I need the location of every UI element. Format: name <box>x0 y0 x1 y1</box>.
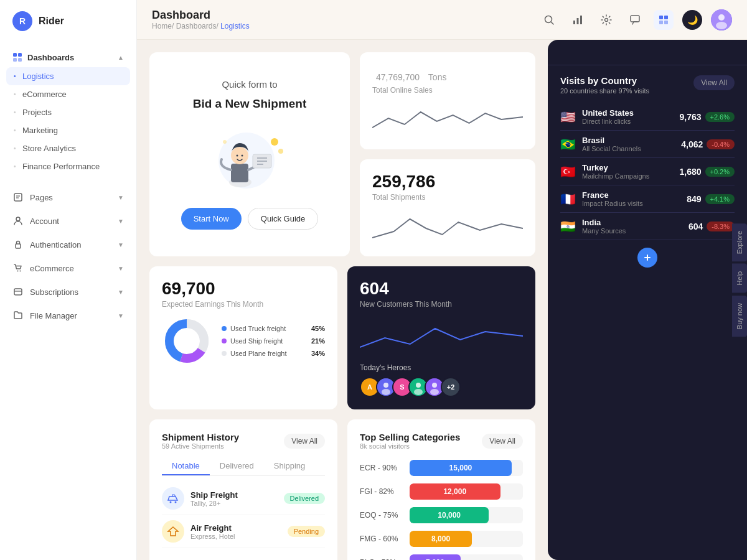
svg-point-38 <box>278 149 283 154</box>
heroes-avatars-row: A S +2 <box>360 377 523 397</box>
svg-point-54 <box>175 502 177 503</box>
svg-rect-16 <box>577 18 579 24</box>
tab-shipping[interactable]: Shipping <box>264 457 316 475</box>
header: Dashboard Home/ Dashboards/ Logistics <box>137 0 747 40</box>
logo[interactable]: R Rider <box>0 0 136 42</box>
countries-list: 🇺🇸 United States Direct link clicks 9,76… <box>560 103 735 240</box>
logo-text: Rider <box>39 16 64 27</box>
total-sales-number: 47,769,700 Tons <box>372 65 523 85</box>
user-avatar[interactable] <box>711 9 732 30</box>
in-change: -8.3% <box>707 222 735 231</box>
legend-item-ship: Used Ship freight 21% <box>222 337 325 345</box>
shipment-history-subtitle: 59 Active Shipments <box>162 442 239 450</box>
svg-point-10 <box>20 271 21 272</box>
sidebar-item-store-analytics[interactable]: Store Analytics <box>0 139 136 157</box>
buy-now-tab[interactable]: Buy now <box>732 296 747 337</box>
sidebar-item-finance-performance[interactable]: Finance Performance <box>0 157 136 175</box>
right-panel-top <box>548 40 747 65</box>
sidebar-item-projects[interactable]: Projects <box>0 103 136 121</box>
chart-icon[interactable] <box>568 10 588 30</box>
categories-header: Top Selling Categories 8k social visitor… <box>360 432 523 450</box>
sidebar-item-logistics[interactable]: Logistics <box>6 67 130 85</box>
svg-point-7 <box>16 217 20 221</box>
countries-subtitle: 20 countries share 97% visits <box>560 87 649 95</box>
svg-rect-11 <box>14 289 22 295</box>
bar-fill-fgi: 12,000 <box>410 483 500 500</box>
header-right: 🌙 <box>539 9 732 30</box>
country-item-us: 🇺🇸 United States Direct link clicks 9,76… <box>560 103 735 131</box>
sidebar-item-ecommerce2[interactable]: eCommerce ▼ <box>0 256 136 280</box>
svg-point-51 <box>432 383 437 388</box>
explore-tab[interactable]: Explore <box>732 223 747 261</box>
pages-chevron: ▼ <box>118 194 124 201</box>
shipment-history-header: Shipment History 59 Active Shipments Vie… <box>162 432 325 450</box>
svg-rect-4 <box>14 194 22 201</box>
tab-notable[interactable]: Notable <box>162 457 210 475</box>
sidebar-item-pages[interactable]: Pages ▼ <box>0 185 136 209</box>
dark-mode-toggle[interactable]: 🌙 <box>682 10 702 30</box>
categories-view-all-button[interactable]: View All <box>482 434 523 449</box>
dashboards-group[interactable]: Dashboards ▲ <box>0 47 136 67</box>
help-tab[interactable]: Help <box>732 264 747 293</box>
bar-eoq: EOQ - 75% 10,000 <box>360 507 523 523</box>
top-categories-card: Top Selling Categories 8k social visitor… <box>347 419 535 560</box>
countries-view-all-button[interactable]: View All <box>693 75 735 90</box>
dashboards-section: Dashboards ▲ Logistics eCommerce Project… <box>0 42 136 180</box>
bar-fill-plg: 7,000 <box>410 554 461 560</box>
dashboards-label: Dashboards <box>27 53 74 62</box>
shipment-history-title: Shipment History <box>162 432 239 442</box>
svg-line-14 <box>552 22 554 24</box>
us-change: +2.6% <box>705 112 735 122</box>
sidebar-item-authentication[interactable]: Authentication ▼ <box>0 233 136 256</box>
grid-icon[interactable] <box>654 10 674 30</box>
main-area: Dashboard Home/ Dashboards/ Logistics <box>137 0 747 560</box>
search-icon[interactable] <box>539 10 559 30</box>
in-flag: 🇮🇳 <box>560 219 576 234</box>
fr-change: +4.1% <box>705 194 735 204</box>
customers-card: 604 New Customers This Month Today's Her… <box>347 266 535 409</box>
shipment-status-badge-2: Pending <box>288 526 325 537</box>
load-more-button[interactable] <box>637 248 657 268</box>
start-now-button[interactable]: Start Now <box>181 208 242 230</box>
total-shipments-label: Total Shipments <box>372 193 523 202</box>
countries-title: Visits by Country <box>560 75 649 86</box>
br-change: -0.4% <box>707 139 735 149</box>
svg-point-25 <box>718 14 725 21</box>
countries-header: Visits by Country 20 countries share 97%… <box>560 75 735 95</box>
shipment-view-all-button[interactable]: View All <box>284 434 325 449</box>
right-panel: Visits by Country 20 countries share 97%… <box>548 40 747 560</box>
auth-icon <box>12 239 24 250</box>
ecommerce-chevron: ▼ <box>118 265 124 272</box>
settings-icon[interactable] <box>596 10 616 30</box>
customers-number: 604 <box>360 279 523 299</box>
customers-chart <box>360 316 523 353</box>
bar-plg: PLG - 50% 7,000 <box>360 554 523 560</box>
today-heroes: Today's Heroes A S <box>360 363 523 397</box>
pages-section: Pages ▼ Account ▼ Authentication ▼ eComm… <box>0 180 136 332</box>
tab-delivered[interactable]: Delivered <box>210 457 264 475</box>
quick-guide-button[interactable]: Quick Guide <box>248 208 319 230</box>
hero-title: Quick form to <box>222 79 277 90</box>
sidebar-item-ecommerce[interactable]: eCommerce <box>0 85 136 103</box>
hero-buttons: Start Now Quick Guide <box>181 208 319 230</box>
header-left: Dashboard Home/ Dashboards/ Logistics <box>152 9 250 30</box>
sidebar-item-subscriptions[interactable]: Subscriptions ▼ <box>0 280 136 304</box>
fr-flag: 🇫🇷 <box>560 192 576 207</box>
shipment-history-card: Shipment History 59 Active Shipments Vie… <box>149 419 337 560</box>
total-sales-card: 47,769,700 Tons Total Online Sales <box>360 52 535 149</box>
file-manager-icon <box>12 310 24 321</box>
svg-rect-23 <box>664 21 668 24</box>
sidebar-item-file-manager[interactable]: File Manager ▼ <box>0 304 136 327</box>
chat-icon[interactable] <box>625 10 645 30</box>
svg-rect-22 <box>659 21 663 24</box>
air-freight-info: Air Freight Express, Hotel <box>190 523 281 540</box>
customers-label: New Customers This Month <box>360 300 523 309</box>
sidebar-item-marketing[interactable]: Marketing <box>0 121 136 139</box>
svg-point-32 <box>242 155 243 157</box>
visits-by-country: Visits by Country 20 countries share 97%… <box>548 65 747 280</box>
br-flag: 🇧🇷 <box>560 137 576 152</box>
sidebar: R Rider Dashboards ▲ Logistics eCommerce… <box>0 0 137 560</box>
bar-fill-eoq: 10,000 <box>410 507 489 523</box>
svg-rect-15 <box>573 21 575 24</box>
sidebar-item-account[interactable]: Account ▼ <box>0 209 136 233</box>
